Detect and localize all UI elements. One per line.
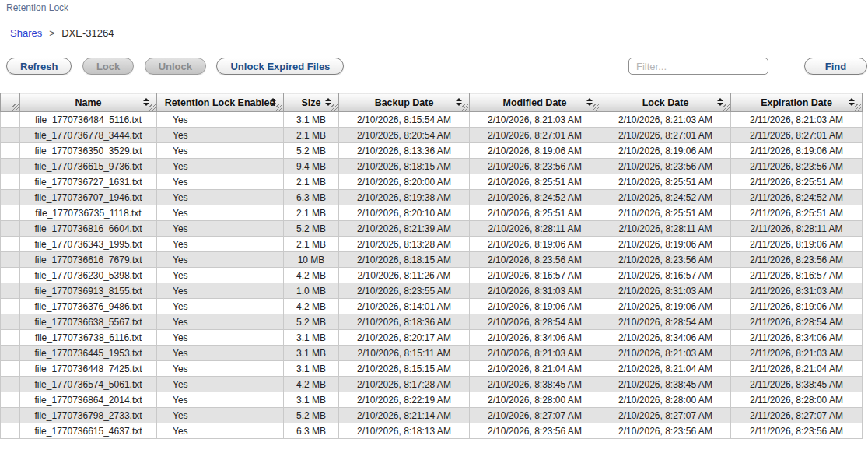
- modified-date-cell[interactable]: 2/10/2026, 8:27:01 AM: [470, 128, 600, 143]
- backup-date-cell[interactable]: 2/10/2026, 8:15:54 AM: [339, 112, 470, 128]
- column-resize-grip[interactable]: [276, 104, 282, 111]
- retention-lock-enabled-cell[interactable]: Yes: [157, 361, 284, 377]
- column-resize-grip[interactable]: [593, 104, 599, 111]
- column-header-expiration-date[interactable]: Expiration Date: [731, 93, 863, 112]
- sort-icon[interactable]: [586, 98, 593, 106]
- name-cell[interactable]: file_1770736615_9736.txt: [20, 159, 157, 174]
- expiration-date-cell[interactable]: 2/11/2026, 8:23:56 AM: [731, 159, 863, 174]
- name-cell[interactable]: file_1770736798_2733.txt: [20, 408, 157, 423]
- retention-lock-enabled-cell[interactable]: Yes: [157, 377, 284, 392]
- expiration-date-cell[interactable]: 2/11/2026, 8:25:51 AM: [731, 174, 863, 190]
- retention-lock-enabled-cell[interactable]: Yes: [157, 237, 284, 252]
- size-cell[interactable]: 10 MB: [284, 252, 339, 268]
- modified-date-cell[interactable]: 2/10/2026, 8:23:56 AM: [470, 252, 600, 268]
- retention-lock-enabled-cell[interactable]: Yes: [157, 205, 284, 221]
- table-row[interactable]: file_1770736864_2014.txtYes3.1 MB2/10/20…: [1, 392, 863, 408]
- name-cell[interactable]: file_1770736574_5061.txt: [20, 377, 157, 392]
- refresh-button[interactable]: Refresh: [6, 58, 72, 75]
- name-cell[interactable]: file_1770736816_6604.txt: [20, 221, 157, 237]
- size-cell[interactable]: 2.1 MB: [284, 174, 339, 190]
- filter-input[interactable]: [628, 58, 768, 75]
- name-cell[interactable]: file_1770736638_5567.txt: [20, 314, 157, 330]
- expiration-date-cell[interactable]: 2/11/2026, 8:23:56 AM: [731, 423, 863, 439]
- expiration-date-cell[interactable]: 2/11/2026, 8:19:06 AM: [731, 299, 863, 314]
- lock-date-cell[interactable]: 2/10/2026, 8:25:51 AM: [600, 174, 731, 190]
- retention-lock-enabled-cell[interactable]: Yes: [157, 190, 284, 205]
- lock-date-cell[interactable]: 2/10/2026, 8:25:51 AM: [600, 205, 731, 221]
- size-cell[interactable]: 2.1 MB: [284, 237, 339, 252]
- backup-date-cell[interactable]: 2/10/2026, 8:22:19 AM: [339, 392, 470, 408]
- backup-date-cell[interactable]: 2/10/2026, 8:20:17 AM: [339, 330, 470, 346]
- column-header-backup-date[interactable]: Backup Date: [339, 93, 470, 112]
- lock-date-cell[interactable]: 2/10/2026, 8:16:57 AM: [600, 268, 731, 283]
- expiration-date-cell[interactable]: 2/11/2026, 8:21:04 AM: [731, 361, 863, 377]
- retention-lock-enabled-cell[interactable]: Yes: [157, 143, 284, 159]
- table-row[interactable]: file_1770736350_3529.txtYes5.2 MB2/10/20…: [1, 143, 863, 159]
- table-row[interactable]: file_1770736798_2733.txtYes5.2 MB2/10/20…: [1, 408, 863, 423]
- expiration-date-cell[interactable]: 2/11/2026, 8:34:06 AM: [731, 330, 863, 346]
- modified-date-cell[interactable]: 2/10/2026, 8:38:45 AM: [470, 377, 600, 392]
- lock-date-cell[interactable]: 2/10/2026, 8:23:56 AM: [600, 159, 731, 174]
- lock-date-cell[interactable]: 2/10/2026, 8:38:45 AM: [600, 377, 731, 392]
- table-row[interactable]: file_1770736638_5567.txtYes5.2 MB2/10/20…: [1, 314, 863, 330]
- name-cell[interactable]: file_1770736707_1946.txt: [20, 190, 157, 205]
- backup-date-cell[interactable]: 2/10/2026, 8:18:36 AM: [339, 314, 470, 330]
- name-cell[interactable]: file_1770736484_5116.txt: [20, 112, 157, 128]
- column-header-name[interactable]: Name: [20, 93, 157, 112]
- modified-date-cell[interactable]: 2/10/2026, 8:21:04 AM: [470, 361, 600, 377]
- backup-date-cell[interactable]: 2/10/2026, 8:21:14 AM: [339, 408, 470, 423]
- sort-icon[interactable]: [456, 98, 462, 106]
- expiration-date-cell[interactable]: 2/11/2026, 8:19:06 AM: [731, 237, 863, 252]
- lock-date-cell[interactable]: 2/10/2026, 8:19:06 AM: [600, 237, 731, 252]
- expiration-date-cell[interactable]: 2/11/2026, 8:21:03 AM: [731, 346, 863, 361]
- name-cell[interactable]: file_1770736735_1118.txt: [20, 205, 157, 221]
- backup-date-cell[interactable]: 2/10/2026, 8:15:15 AM: [339, 361, 470, 377]
- modified-date-cell[interactable]: 2/10/2026, 8:24:52 AM: [470, 190, 600, 205]
- column-resize-grip[interactable]: [331, 104, 338, 111]
- column-header-retention-lock-enabled[interactable]: Retention Lock Enabled: [157, 93, 284, 112]
- find-button[interactable]: Find: [804, 58, 867, 75]
- lock-date-cell[interactable]: 2/10/2026, 8:19:06 AM: [600, 299, 731, 314]
- name-cell[interactable]: file_1770736615_4637.txt: [20, 423, 157, 439]
- name-cell[interactable]: file_1770736448_7425.txt: [20, 361, 157, 377]
- table-row[interactable]: file_1770736230_5398.txtYes4.2 MB2/10/20…: [1, 268, 863, 283]
- name-cell[interactable]: file_1770736616_7679.txt: [20, 252, 157, 268]
- expiration-date-cell[interactable]: 2/11/2026, 8:16:57 AM: [731, 268, 863, 283]
- lock-date-cell[interactable]: 2/10/2026, 8:23:56 AM: [600, 252, 731, 268]
- size-cell[interactable]: 3.1 MB: [284, 361, 339, 377]
- expiration-date-cell[interactable]: 2/11/2026, 8:24:52 AM: [731, 190, 863, 205]
- backup-date-cell[interactable]: 2/10/2026, 8:14:01 AM: [339, 299, 470, 314]
- table-row[interactable]: file_1770736615_4637.txtYes6.3 MB2/10/20…: [1, 423, 863, 439]
- size-cell[interactable]: 5.2 MB: [284, 221, 339, 237]
- modified-date-cell[interactable]: 2/10/2026, 8:19:06 AM: [470, 299, 600, 314]
- retention-lock-enabled-cell[interactable]: Yes: [157, 252, 284, 268]
- sort-icon[interactable]: [143, 98, 149, 106]
- backup-date-cell[interactable]: 2/10/2026, 8:19:38 AM: [339, 190, 470, 205]
- retention-lock-enabled-cell[interactable]: Yes: [157, 283, 284, 299]
- name-cell[interactable]: file_1770736727_1631.txt: [20, 174, 157, 190]
- retention-lock-enabled-cell[interactable]: Yes: [157, 392, 284, 408]
- name-cell[interactable]: file_1770736230_5398.txt: [20, 268, 157, 283]
- retention-lock-enabled-cell[interactable]: Yes: [157, 128, 284, 143]
- modified-date-cell[interactable]: 2/10/2026, 8:21:03 AM: [470, 346, 600, 361]
- lock-date-cell[interactable]: 2/10/2026, 8:24:52 AM: [600, 190, 731, 205]
- retention-lock-enabled-cell[interactable]: Yes: [157, 408, 284, 423]
- sort-icon[interactable]: [270, 98, 276, 106]
- lock-date-cell[interactable]: 2/10/2026, 8:28:11 AM: [600, 221, 731, 237]
- size-cell[interactable]: 3.1 MB: [284, 346, 339, 361]
- lock-date-cell[interactable]: 2/10/2026, 8:21:03 AM: [600, 112, 731, 128]
- modified-date-cell[interactable]: 2/10/2026, 8:28:00 AM: [470, 392, 600, 408]
- size-cell[interactable]: 5.2 MB: [284, 143, 339, 159]
- breadcrumb-shares-link[interactable]: Shares: [10, 27, 42, 39]
- lock-date-cell[interactable]: 2/10/2026, 8:21:04 AM: [600, 361, 731, 377]
- column-resize-grip[interactable]: [855, 104, 861, 111]
- expiration-date-cell[interactable]: 2/11/2026, 8:28:00 AM: [731, 392, 863, 408]
- expiration-date-cell[interactable]: 2/11/2026, 8:27:07 AM: [731, 408, 863, 423]
- retention-lock-enabled-cell[interactable]: Yes: [157, 221, 284, 237]
- modified-date-cell[interactable]: 2/10/2026, 8:28:54 AM: [470, 314, 600, 330]
- size-cell[interactable]: 2.1 MB: [284, 128, 339, 143]
- column-resize-grip[interactable]: [723, 104, 730, 111]
- column-header-modified-date[interactable]: Modified Date: [470, 93, 600, 112]
- column-resize-grip[interactable]: [149, 104, 156, 111]
- table-row[interactable]: file_1770736376_9486.txtYes4.2 MB2/10/20…: [1, 299, 863, 314]
